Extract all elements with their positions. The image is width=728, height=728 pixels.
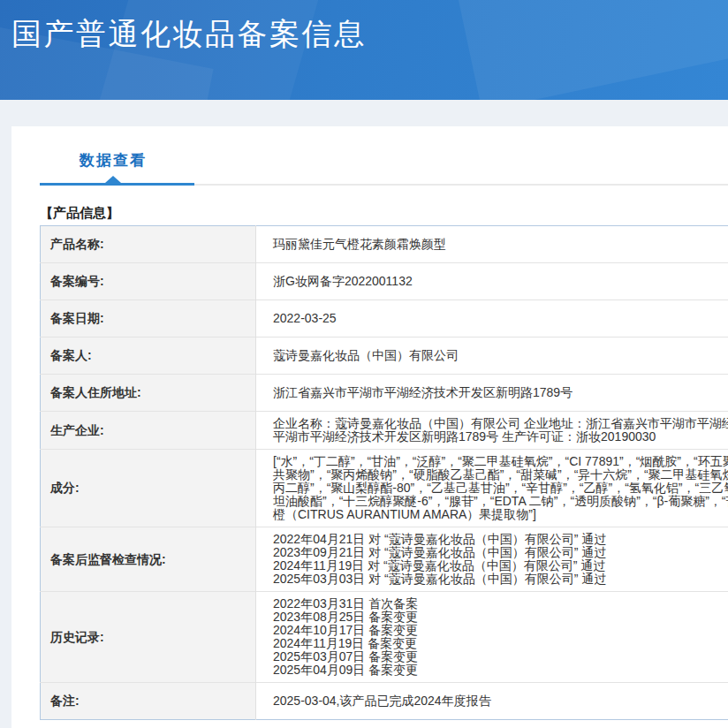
row-label: 历史记录:: [41, 592, 256, 683]
row-value: 浙江省嘉兴市平湖市平湖经济技术开发区新明路1789号: [256, 375, 728, 412]
row-label: 产品名称:: [41, 226, 256, 263]
row-value: 2022年03月31日 首次备案2023年08月25日 备案变更2024年10月…: [256, 592, 728, 683]
row-value: 玛丽黛佳元气橙花素颜霜焕颜型: [256, 226, 728, 263]
table-row-product-name: 产品名称: 玛丽黛佳元气橙花素颜霜焕颜型: [41, 226, 728, 263]
row-value: 浙G妆网备字2022001132: [256, 263, 728, 300]
row-label: 备案编号:: [41, 263, 256, 300]
table-row-registrant: 备案人: 蔻诗曼嘉化妆品（中国）有限公司: [41, 337, 728, 375]
table-row-manufacturer: 生产企业: 企业名称：蔻诗曼嘉化妆品（中国）有限公司 企业地址：浙江省嘉兴市平湖…: [41, 412, 728, 450]
section-product-info-title: 【产品信息】: [40, 205, 728, 220]
table-row-filing-number: 备案编号: 浙G妆网备字2022001132: [41, 263, 728, 300]
row-label: 备案人:: [41, 337, 256, 375]
row-value: [“水”，“丁二醇”，“甘油”，“泛醇”，“聚二甲基硅氧烷”，“CI 77891…: [256, 450, 728, 527]
tab-data-view[interactable]: 数据查看: [80, 150, 147, 171]
content-card: 数据查看 【产品信息】 产品名称: 玛丽黛佳元气橙花素颜霜焕颜型 备案编号: 浙…: [11, 126, 728, 728]
row-value: 企业名称：蔻诗曼嘉化妆品（中国）有限公司 企业地址：浙江省嘉兴市平湖市平湖经济技…: [256, 412, 728, 450]
tab-active-underline: [40, 183, 194, 186]
table-row-registrant-address: 备案人住所地址: 浙江省嘉兴市平湖市平湖经济技术开发区新明路1789号: [41, 375, 728, 412]
table-row-remarks: 备注: 2025-03-04,该产品已完成2024年度报告: [41, 683, 728, 720]
tab-bar: 数据查看: [40, 150, 728, 186]
table-row-ingredients: 成分: [“水”，“丁二醇”，“甘油”，“泛醇”，“聚二甲基硅氧烷”，“CI 7…: [41, 450, 728, 527]
product-info-table: 产品名称: 玛丽黛佳元气橙花素颜霜焕颜型 备案编号: 浙G妆网备字2022001…: [40, 225, 728, 720]
row-value: 蔻诗曼嘉化妆品（中国）有限公司: [256, 337, 728, 375]
table-row-supervision-checks: 备案后监督检查情况: 2022年04月21日 对 “蔻诗曼嘉化妆品（中国）有限公…: [41, 527, 728, 592]
row-value: 2022-03-25: [256, 300, 728, 337]
page-title: 国产普通化妆品备案信息: [0, 0, 728, 51]
row-label: 成分:: [41, 450, 256, 527]
page-viewport: 国产普通化妆品备案信息 数据查看 【产品信息】 产品名称: 玛丽黛佳元气橙花素颜…: [0, 0, 728, 728]
table-row-history: 历史记录: 2022年03月31日 首次备案2023年08月25日 备案变更20…: [41, 592, 728, 683]
row-label: 备案后监督检查情况:: [41, 527, 256, 592]
row-label: 备案人住所地址:: [41, 375, 256, 412]
row-value: 2022年04月21日 对 “蔻诗曼嘉化妆品（中国）有限公司” 通过2023年0…: [256, 527, 728, 592]
row-value: 2025-03-04,该产品已完成2024年度报告: [256, 683, 728, 720]
row-label: 备案日期:: [41, 300, 256, 337]
table-row-filing-date: 备案日期: 2022-03-25: [41, 300, 728, 337]
row-label: 备注:: [41, 683, 256, 720]
page-header: 国产普通化妆品备案信息: [0, 0, 728, 100]
tab-caret-icon: [105, 176, 121, 183]
row-label: 生产企业:: [41, 412, 256, 450]
